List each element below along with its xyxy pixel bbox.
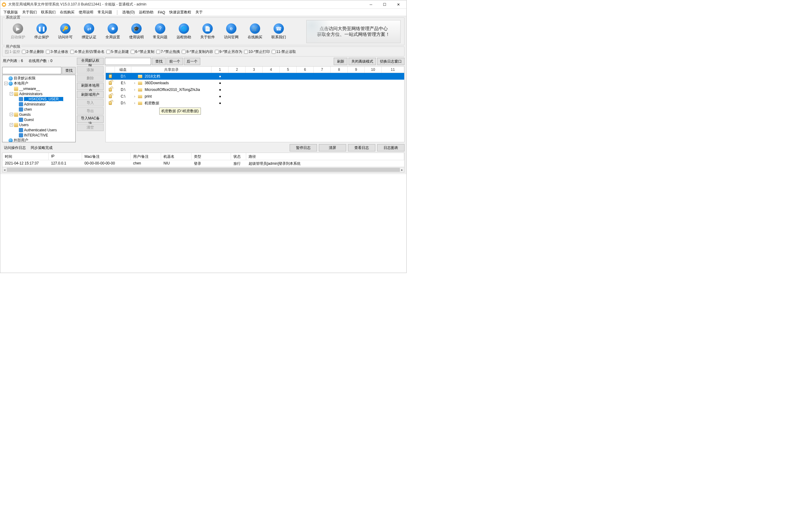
tree-administrator[interactable]: Administrator — [2, 101, 75, 107]
refresh-local-users-button[interactable]: 刷新本地用户 — [77, 83, 104, 90]
minimize-button[interactable]: ─ — [364, 0, 378, 9]
tree-guest[interactable]: Guest — [2, 117, 75, 122]
tree-guests[interactable]: −Guests — [2, 112, 75, 117]
import-mac-button[interactable]: 导入MAC备注 — [77, 115, 104, 123]
export-button[interactable]: 导出 — [77, 107, 104, 115]
share-row[interactable]: C:\›print● — [106, 93, 404, 100]
tree-users[interactable]: −Users — [2, 122, 75, 127]
share-table-body[interactable]: D:\2018文档●E:\›360Downloads●D:\›Microsoft… — [105, 73, 405, 142]
checkbox[interactable] — [107, 50, 110, 54]
pause-log-button[interactable]: 暂停日志 — [290, 144, 317, 151]
close-advanced-button[interactable]: 关闭高级模式 — [349, 58, 376, 65]
checkbox[interactable] — [182, 50, 186, 54]
tree-chen[interactable]: chen — [2, 107, 75, 112]
share-next-button[interactable]: 后一个 — [184, 58, 200, 65]
scroll-left-icon[interactable]: ◄ — [2, 167, 7, 172]
toolbar-使用说明[interactable]: 🎓使用说明 — [124, 23, 148, 40]
perm-3-禁止修改[interactable]: 3-禁止修改 — [46, 49, 69, 54]
refresh-button[interactable]: 刷新 — [334, 58, 347, 65]
refresh-domain-users-button[interactable]: 刷新域用户 — [77, 91, 104, 98]
close-button[interactable]: ✕ — [391, 0, 405, 9]
perm-9-*禁止另存为[interactable]: 9-*禁止另存为 — [215, 49, 242, 54]
toolbar-停止保护[interactable]: ❚❚停止保护 — [30, 23, 54, 40]
toolbar-常见问题[interactable]: ?常见问题 — [148, 23, 172, 40]
tree-administrators[interactable]: −Administrators — [2, 91, 75, 96]
checkbox[interactable] — [46, 50, 50, 54]
tab-sync-policy[interactable]: 同步策略完成 — [31, 145, 53, 151]
toolbar-远程协助[interactable]: 🌐远程协助 — [172, 23, 196, 40]
share-find-button[interactable]: 查找 — [152, 58, 166, 65]
tree-local-users[interactable]: −本地用户 — [2, 81, 75, 86]
delete-button[interactable]: 删除 — [77, 75, 104, 82]
toolbar-全局设置[interactable]: ✸全局设置 — [101, 23, 124, 40]
checkbox[interactable] — [244, 50, 248, 54]
menu-about-us[interactable]: 关于我们 — [22, 10, 37, 15]
share-row[interactable]: E:\›360Downloads● — [106, 80, 404, 86]
share-prev-button[interactable]: 前一个 — [167, 58, 183, 65]
menu-remote[interactable]: 远程协助 — [139, 10, 153, 15]
checkbox[interactable] — [215, 50, 219, 54]
perm-8-*禁止复制内容[interactable]: 8-*禁止复制内容 — [182, 49, 213, 54]
maximize-button[interactable]: ☐ — [378, 0, 391, 9]
perm-4-禁止剪切/重命名[interactable]: 4-禁止剪切/重命名 — [70, 49, 104, 54]
checkbox[interactable] — [156, 50, 160, 54]
global-default-perm-button[interactable]: 全局默认权限 — [77, 58, 104, 65]
scroll-right-icon[interactable]: ► — [400, 167, 404, 172]
menu-help[interactable]: 使用说明 — [79, 10, 93, 15]
view-log-button[interactable]: 查看日志 — [348, 144, 375, 151]
checkbox[interactable] — [22, 50, 26, 54]
toolbar-在线购买[interactable]: 🛒在线购买 — [243, 23, 267, 40]
checkbox[interactable] — [70, 50, 74, 54]
checkbox[interactable] — [131, 50, 135, 54]
menu-about[interactable]: 关于 — [195, 10, 203, 15]
toolbar-访问官网[interactable]: e访问官网 — [219, 23, 243, 40]
perm-10-*禁止打印[interactable]: 10-*禁止打印 — [244, 49, 270, 54]
col-disk[interactable]: 磁盘 — [115, 66, 131, 73]
expander-icon[interactable]: − — [10, 92, 13, 95]
perm-7-*禁止拖拽[interactable]: 7-*禁止拖拽 — [156, 49, 180, 54]
tree-external-users[interactable]: 外部用户 — [2, 138, 75, 142]
import-button[interactable]: 导入 — [77, 99, 104, 107]
tree-authenticated-users[interactable]: Authenticated Users — [2, 127, 75, 133]
tree-vmware[interactable]: __vmware__ — [2, 86, 75, 91]
share-row[interactable]: D:\›MicrosoftOffice2010_XiTongZhiJia● — [106, 86, 404, 93]
share-row[interactable]: D:\2018文档● — [106, 73, 404, 80]
toolbar-绑定认证[interactable]: ⇄绑定认证 — [77, 23, 101, 40]
share-row[interactable]: D:\›机密数据● — [106, 100, 404, 107]
menu-faq[interactable]: FAQ — [158, 10, 165, 15]
clear-screen-button[interactable]: 清屏 — [319, 144, 346, 151]
user-search-button[interactable]: 查找 — [62, 67, 76, 74]
log-chart-button[interactable]: 日志图表 — [377, 144, 405, 151]
expander-icon[interactable]: − — [4, 82, 7, 85]
perm-5-禁止新建[interactable]: 5-禁止新建 — [107, 49, 129, 54]
perm-2-禁止删除[interactable]: 2-禁止删除 — [22, 49, 44, 54]
clear-button[interactable]: 清空 — [77, 124, 104, 131]
add-button[interactable]: 添加 — [77, 66, 104, 74]
share-search-input[interactable] — [105, 58, 151, 65]
expander-icon[interactable]: − — [10, 123, 13, 127]
tree-dir-default[interactable]: 目录默认权限 — [2, 76, 75, 81]
user-search-input[interactable] — [2, 67, 61, 74]
tree-hskddns-user[interactable]: __HSKDDNS_USER__ — [2, 96, 75, 101]
perm-6-*禁止复制[interactable]: 6-*禁止复制 — [131, 49, 154, 54]
perm-11-禁止读取[interactable]: 11-禁止读取 — [272, 49, 296, 54]
expander-icon[interactable]: − — [10, 113, 13, 116]
user-tree[interactable]: 目录默认权限 −本地用户 __vmware__ −Administrators … — [2, 75, 76, 142]
tab-access-log[interactable]: 访问操作日志 — [4, 145, 26, 151]
toolbar-关于软件[interactable]: 📄关于软件 — [196, 23, 219, 40]
menu-quick-setup[interactable]: 快速设置教程 — [169, 10, 191, 15]
menu-faq-cn[interactable]: 常见问题 — [98, 10, 112, 15]
horizontal-scrollbar[interactable]: ◄ ► — [2, 167, 404, 172]
switch-log-button[interactable]: 切换日志窗口 — [377, 58, 405, 65]
scroll-thumb[interactable] — [7, 168, 400, 172]
product-banner[interactable]: 点击访问大势至网络管理产品中心获取全方位、一站式网络管理方案！ — [306, 20, 401, 43]
toolbar-访问许可[interactable]: 🔑访问许可 — [54, 23, 77, 40]
menu-options[interactable]: 选项(O) — [122, 10, 135, 15]
toolbar-启动保护[interactable]: ▶启动保护 — [6, 23, 30, 40]
tree-interactive[interactable]: INTERACTIVE — [2, 133, 75, 138]
menu-buy[interactable]: 在线购买 — [60, 10, 75, 15]
toolbar-联系我们[interactable]: ☎联系我们 — [267, 23, 291, 40]
checkbox[interactable] — [272, 50, 276, 54]
menu-download[interactable]: 下载新版 — [3, 10, 18, 15]
log-row[interactable]: 2021-04-12 15:17:37 127.0.0.1 00-00-00-0… — [2, 160, 404, 167]
